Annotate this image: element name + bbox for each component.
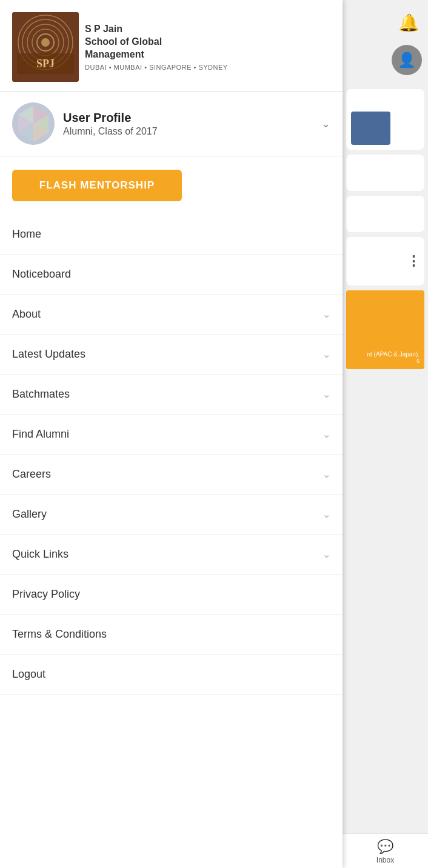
profile-icon[interactable]: 👤 <box>392 45 422 75</box>
user-name: User Profile <box>63 111 158 125</box>
nav-item-find-alumni[interactable]: Find Alumni ⌄ <box>0 415 343 455</box>
blue-card-block <box>351 112 390 145</box>
school-sub: School of Global <box>85 36 228 48</box>
nav-item-terms-conditions[interactable]: Terms & Conditions <box>0 615 343 655</box>
card-2 <box>346 155 424 191</box>
about-chevron-icon: ⌄ <box>323 309 330 320</box>
card-3 <box>346 196 424 232</box>
logo-container: SPJ S P Jain School of Global Management… <box>12 12 228 82</box>
svg-text:SPJ: SPJ <box>36 58 55 70</box>
logo-image: SPJ <box>12 12 79 82</box>
logo-text: S P Jain School of Global Management DUB… <box>85 23 228 70</box>
school-name: S P Jain <box>85 23 228 36</box>
nav-item-quick-links[interactable]: Quick Links ⌄ <box>0 535 343 575</box>
nav-item-logout[interactable]: Logout <box>0 655 343 695</box>
nav-item-careers[interactable]: Careers ⌄ <box>0 455 343 495</box>
user-role: Alumni, Class of 2017 <box>63 126 158 137</box>
navigation-drawer: SPJ S P Jain School of Global Management… <box>0 0 343 868</box>
school-sub2: Management <box>85 48 228 61</box>
flash-mentorship-button[interactable]: FLASH MENTORSHIP <box>12 170 182 201</box>
nav-item-noticeboard[interactable]: Noticeboard <box>0 255 343 295</box>
careers-chevron-icon: ⌄ <box>323 469 330 480</box>
inbox-bar[interactable]: 💬 Inbox <box>343 833 428 868</box>
quick-links-chevron-icon: ⌄ <box>323 549 330 560</box>
right-panel: 🔔 👤 ⋮ nt (APAC & Japan). s 💬 Inbox <box>343 0 428 868</box>
find-alumni-chevron-icon: ⌄ <box>323 429 330 440</box>
card-4: ⋮ <box>346 237 424 285</box>
avatar <box>12 102 55 145</box>
flash-mentorship-section: FLASH MENTORSHIP <box>0 156 343 215</box>
three-dots-menu-icon[interactable]: ⋮ <box>407 253 420 269</box>
svg-point-6 <box>41 38 50 47</box>
school-cities: DUBAI • MUMBAI • SINGAPORE • SYDNEY <box>85 64 228 71</box>
card-1 <box>346 89 424 150</box>
user-profile-section[interactable]: User Profile Alumni, Class of 2017 ⌄ <box>0 92 343 156</box>
inbox-icon: 💬 <box>377 839 393 855</box>
drawer-header: SPJ S P Jain School of Global Management… <box>0 0 343 92</box>
yellow-card: nt (APAC & Japan). s <box>346 290 424 369</box>
nav-item-about[interactable]: About ⌄ <box>0 295 343 335</box>
nav-item-home[interactable]: Home <box>0 215 343 255</box>
nav-menu: Home Noticeboard About ⌄ Latest Updates … <box>0 215 343 575</box>
gallery-chevron-icon: ⌄ <box>323 509 330 520</box>
latest-updates-chevron-icon: ⌄ <box>323 349 330 360</box>
notification-bell-icon[interactable]: 🔔 <box>395 9 422 36</box>
nav-item-gallery[interactable]: Gallery ⌄ <box>0 495 343 535</box>
nav-item-batchmates[interactable]: Batchmates ⌄ <box>0 375 343 415</box>
profile-chevron-icon: ⌄ <box>321 117 330 130</box>
nav-item-latest-updates[interactable]: Latest Updates ⌄ <box>0 335 343 375</box>
batchmates-chevron-icon: ⌄ <box>323 389 330 400</box>
nav-item-privacy-policy[interactable]: Privacy Policy <box>0 575 343 615</box>
inbox-label: Inbox <box>376 856 394 864</box>
